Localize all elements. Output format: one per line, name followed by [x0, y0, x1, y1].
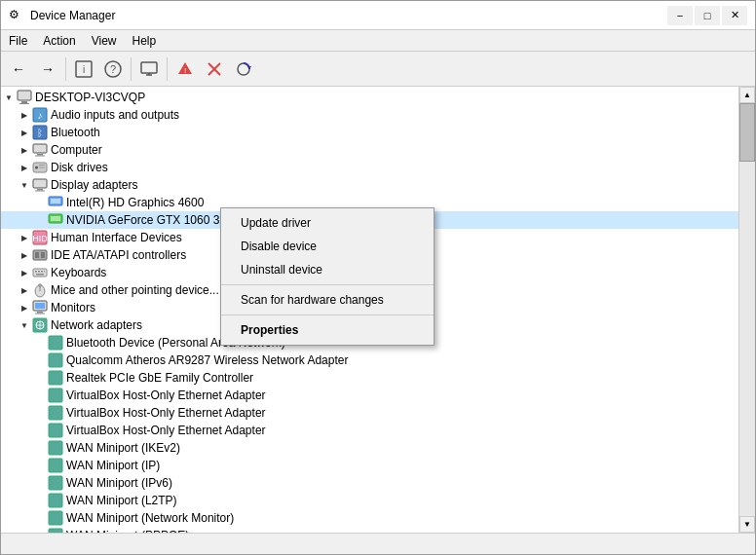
audio-arrow: ▶ [17, 111, 32, 120]
svg-rect-63 [49, 459, 62, 472]
root-arrow: ▼ [1, 93, 17, 102]
monitor-icon [32, 300, 48, 315]
mice-label: Mice and other pointing device... [51, 283, 219, 297]
svg-rect-42 [41, 271, 43, 273]
tree-item-audio[interactable]: ▶ ♪ Audio inputs and outputs [1, 106, 738, 124]
wan4-label: WAN Miniport (L2TP) [66, 494, 177, 507]
toolbar-update[interactable]: ! [171, 56, 199, 83]
mice-arrow: ▶ [17, 286, 32, 295]
scroll-up-button[interactable]: ▲ [739, 87, 755, 103]
tree-item-bluetooth[interactable]: ▶ ᛒ Bluetooth [1, 124, 738, 141]
toolbar-properties[interactable]: i [70, 56, 97, 83]
hid-arrow: ▶ [17, 234, 32, 242]
tree-item-vbox2[interactable]: VirtualBox Host-Only Ethernet Adapter [1, 404, 738, 422]
scroll-thumb[interactable] [739, 103, 755, 162]
svg-point-47 [39, 284, 42, 287]
vbox1-label: VirtualBox Host-Only Ethernet Adapter [66, 388, 266, 402]
ctx-disable-device[interactable]: Disable device [221, 235, 434, 258]
wan5-icon [48, 510, 63, 526]
svg-rect-50 [37, 312, 43, 314]
svg-text:HID: HID [32, 234, 48, 243]
network-label: Network adapters [51, 318, 142, 332]
svg-point-24 [35, 166, 38, 169]
svg-rect-22 [35, 156, 45, 157]
tree-item-qualcomm[interactable]: Qualcomm Atheros AR9287 Wireless Network… [1, 352, 738, 369]
tree-item-wan5[interactable]: WAN Miniport (Network Monitor) [1, 509, 738, 527]
svg-rect-64 [49, 476, 62, 490]
ctx-scan-hardware[interactable]: Scan for hardware changes [221, 288, 434, 312]
menu-view[interactable]: View [84, 32, 125, 50]
svg-rect-61 [49, 424, 62, 437]
toolbar-display[interactable] [135, 56, 163, 83]
toolbar-separator-3 [167, 57, 168, 81]
svg-rect-15 [19, 103, 29, 104]
toolbar-help[interactable]: ? [99, 56, 127, 83]
svg-rect-27 [33, 179, 47, 188]
toolbar-separator-2 [131, 57, 132, 81]
tree-item-display[interactable]: ▼ Display adapters [1, 176, 738, 194]
tree-item-computer[interactable]: ▶ Computer [1, 141, 738, 159]
vbox2-label: VirtualBox Host-Only Ethernet Adapter [66, 406, 266, 420]
content-area: ▼ DESKTOP-VI3CVQP ▶ ♪ Audio inputs and o… [1, 87, 755, 533]
toolbar-forward[interactable]: → [34, 56, 61, 83]
svg-text:!: ! [184, 66, 186, 75]
app-icon: ⚙ [9, 8, 24, 23]
tree-item-wan2[interactable]: WAN Miniport (IP) [1, 457, 738, 474]
tree-item-wan1[interactable]: WAN Miniport (IKEv2) [1, 439, 738, 457]
close-button[interactable]: ✕ [722, 6, 747, 25]
maximize-button[interactable]: □ [695, 6, 720, 25]
mouse-icon [32, 282, 48, 298]
vertical-scrollbar[interactable]: ▲ ▼ [738, 87, 755, 533]
svg-rect-40 [35, 271, 37, 273]
device-manager-window: ⚙ Device Manager − □ ✕ File Action View … [0, 0, 756, 555]
tree-item-vbox3[interactable]: VirtualBox Host-Only Ethernet Adapter [1, 422, 738, 439]
keyboards-arrow: ▶ [17, 269, 32, 278]
wan6-icon [48, 528, 63, 533]
toolbar-remove[interactable] [201, 56, 228, 83]
wan2-label: WAN Miniport (IP) [66, 459, 160, 472]
toolbar-back[interactable]: ← [5, 56, 32, 83]
menu-action[interactable]: Action [35, 32, 83, 50]
ctx-properties[interactable]: Properties [221, 318, 434, 342]
tree-item-wan6[interactable]: WAN Miniport (PPPOE) [1, 527, 738, 533]
tree-item-diskdrives[interactable]: ▶ Disk drives [1, 159, 738, 176]
scroll-down-button[interactable]: ▼ [739, 516, 755, 533]
ide-label: IDE ATA/ATAPI controllers [51, 248, 186, 262]
computer-device-icon [32, 142, 48, 158]
toolbar-scan[interactable] [230, 56, 257, 83]
svg-text:♪: ♪ [38, 110, 43, 121]
svg-rect-28 [37, 189, 43, 191]
window-title: Device Manager [30, 9, 115, 22]
menu-help[interactable]: Help [125, 32, 165, 50]
tree-item-realtek[interactable]: Realtek PCIe GbE Family Controller [1, 369, 738, 387]
display-arrow: ▼ [17, 181, 32, 190]
disk-label: Disk drives [51, 161, 108, 174]
minimize-button[interactable]: − [667, 6, 693, 25]
display-label: Display adapters [51, 178, 137, 192]
svg-rect-49 [35, 303, 45, 309]
tree-item-wan4[interactable]: WAN Miniport (L2TP) [1, 492, 738, 509]
tree-root[interactable]: ▼ DESKTOP-VI3CVQP [1, 89, 738, 106]
root-label: DESKTOP-VI3CVQP [35, 91, 145, 104]
intel-label: Intel(R) HD Graphics 4600 [66, 196, 204, 209]
toolbar: ← → i ? ! [1, 52, 755, 87]
wan2-icon [48, 458, 63, 473]
svg-marker-12 [247, 66, 251, 69]
ctx-uninstall-device[interactable]: Uninstall device [221, 258, 434, 281]
audio-label: Audio inputs and outputs [51, 108, 179, 122]
tree-item-vbox1[interactable]: VirtualBox Host-Only Ethernet Adapter [1, 387, 738, 404]
svg-rect-13 [18, 91, 31, 100]
menu-file[interactable]: File [1, 32, 35, 50]
svg-rect-21 [37, 154, 43, 156]
svg-rect-67 [49, 529, 62, 533]
scroll-track[interactable] [739, 103, 755, 516]
hid-icon: HID [32, 230, 48, 245]
bluetooth-icon: ᛒ [32, 125, 48, 140]
context-menu: Update driver Disable device Uninstall d… [220, 207, 435, 346]
computer-label: Computer [51, 143, 102, 157]
wan4-icon [48, 493, 63, 508]
vbox3-icon [48, 423, 63, 438]
tree-item-wan3[interactable]: WAN Miniport (IPv6) [1, 474, 738, 492]
svg-rect-14 [21, 101, 27, 103]
ctx-update-driver[interactable]: Update driver [221, 211, 434, 235]
